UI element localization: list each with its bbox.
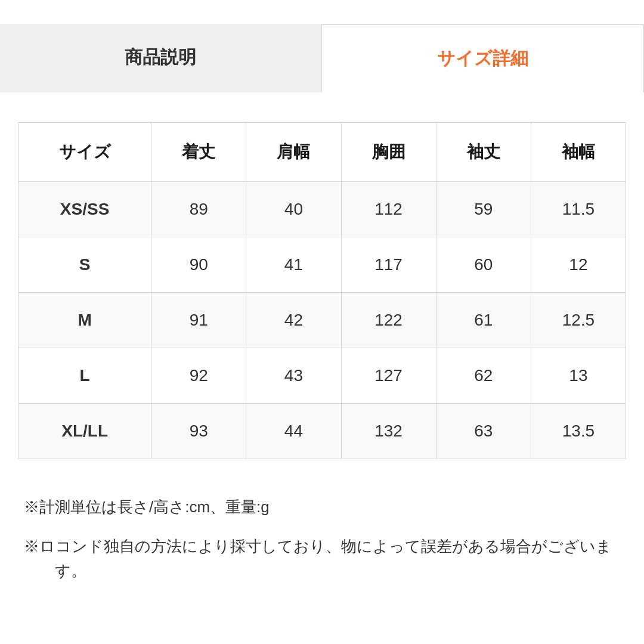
cell-size: L: [18, 348, 151, 404]
size-table: サイズ 着丈 肩幅 胸囲 袖丈 袖幅 XS/SS89401125911.5S90…: [18, 122, 626, 459]
tab-size[interactable]: サイズ詳細: [321, 24, 644, 92]
cell-value: 13.5: [531, 404, 626, 459]
table-row: XS/SS89401125911.5: [18, 182, 626, 237]
cell-value: 89: [151, 182, 246, 237]
col-header-size: サイズ: [18, 123, 151, 182]
cell-value: 42: [246, 293, 341, 348]
cell-value: 43: [246, 348, 341, 404]
tab-bar: 商品説明 サイズ詳細: [0, 24, 644, 92]
footnote-1: ※計測単位は長さ/高さ:cm、重量:g: [24, 495, 620, 520]
cell-value: 12: [531, 237, 626, 293]
cell-value: 40: [246, 182, 341, 237]
cell-value: 117: [341, 237, 436, 293]
table-row: L92431276213: [18, 348, 626, 404]
footnote-2: ※ロコンド独自の方法により採寸しており、物によって誤差がある場合がございます。: [24, 534, 620, 584]
cell-size: XL/LL: [18, 404, 151, 459]
cell-value: 44: [246, 404, 341, 459]
cell-value: 132: [341, 404, 436, 459]
cell-value: 91: [151, 293, 246, 348]
table-row: S90411176012: [18, 237, 626, 293]
cell-size: S: [18, 237, 151, 293]
table-row: XL/LL93441326313.5: [18, 404, 626, 459]
cell-size: M: [18, 293, 151, 348]
tab-description-label: 商品説明: [125, 47, 196, 67]
cell-value: 11.5: [531, 182, 626, 237]
cell-value: 60: [436, 237, 531, 293]
cell-value: 59: [436, 182, 531, 237]
cell-value: 41: [246, 237, 341, 293]
tab-size-label: サイズ詳細: [437, 48, 528, 68]
cell-value: 61: [436, 293, 531, 348]
table-header-row: サイズ 着丈 肩幅 胸囲 袖丈 袖幅: [18, 123, 626, 182]
col-header-sleeve-width: 袖幅: [531, 123, 626, 182]
cell-size: XS/SS: [18, 182, 151, 237]
tab-description[interactable]: 商品説明: [0, 24, 321, 92]
cell-value: 90: [151, 237, 246, 293]
col-header-chest: 胸囲: [341, 123, 436, 182]
col-header-shoulder: 肩幅: [246, 123, 341, 182]
cell-value: 122: [341, 293, 436, 348]
col-header-sleeve: 袖丈: [436, 123, 531, 182]
col-header-length: 着丈: [151, 123, 246, 182]
cell-value: 12.5: [531, 293, 626, 348]
cell-value: 92: [151, 348, 246, 404]
cell-value: 13: [531, 348, 626, 404]
footnotes-section: ※計測単位は長さ/高さ:cm、重量:g ※ロコンド独自の方法により採寸しており、…: [18, 489, 626, 584]
main-content: サイズ 着丈 肩幅 胸囲 袖丈 袖幅 XS/SS89401125911.5S90…: [0, 92, 644, 622]
cell-value: 62: [436, 348, 531, 404]
cell-value: 112: [341, 182, 436, 237]
cell-value: 63: [436, 404, 531, 459]
table-row: M91421226112.5: [18, 293, 626, 348]
cell-value: 127: [341, 348, 436, 404]
cell-value: 93: [151, 404, 246, 459]
